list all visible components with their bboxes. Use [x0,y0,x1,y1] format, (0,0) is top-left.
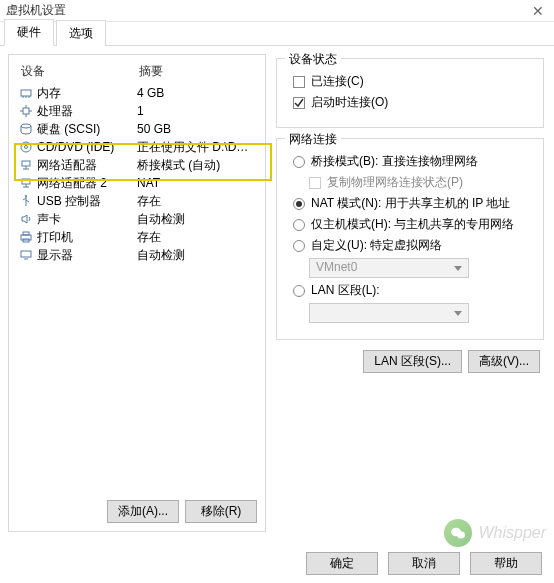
device-row[interactable]: 网络适配器 2NAT [15,174,259,192]
device-name: 硬盘 (SCSI) [37,121,137,138]
bridge-label: 桥接模式(B): 直接连接物理网络 [311,153,478,170]
svg-rect-0 [21,90,31,96]
add-button[interactable]: 添加(A)... [107,500,179,523]
svg-rect-12 [22,161,30,166]
svg-rect-4 [23,108,29,114]
network-icon [19,177,33,189]
settings-panel: 设备状态 已连接(C) 启动时连接(O) 网络连接 桥接模式(B): 直接连接物… [274,54,546,532]
header-device: 设备 [21,63,139,80]
device-name: 打印机 [37,229,137,246]
device-row[interactable]: 网络适配器桥接模式 (自动) [15,156,259,174]
lan-segment-select [309,303,469,323]
dialog-footer: 确定 取消 帮助 [306,552,542,575]
custom-label: 自定义(U): 特定虚拟网络 [311,237,442,254]
device-name: 处理器 [37,103,137,120]
bridge-replicate-label: 复制物理网络连接状态(P) [327,174,463,191]
lan-segments-button[interactable]: LAN 区段(S)... [363,350,462,373]
tab-hardware[interactable]: 硬件 [4,19,54,46]
device-summary: 自动检测 [137,211,255,228]
device-row[interactable]: 显示器自动检测 [15,246,259,264]
display-icon [19,249,33,261]
svg-point-9 [21,124,31,128]
watermark-text: Whispper [478,524,546,542]
device-summary: 正在使用文件 D:\Download\Ku... [137,139,255,156]
device-row[interactable]: 声卡自动检测 [15,210,259,228]
device-name: 网络适配器 2 [37,175,137,192]
network-connection-group: 网络连接 桥接模式(B): 直接连接物理网络 复制物理网络连接状态(P) NAT… [276,138,544,340]
advanced-button[interactable]: 高级(V)... [468,350,540,373]
svg-point-10 [21,142,31,152]
custom-network-select: VMnet0 [309,258,469,278]
nat-label: NAT 模式(N): 用于共享主机的 IP 地址 [311,195,510,212]
remove-button[interactable]: 移除(R) [185,500,257,523]
nat-radio[interactable] [293,198,305,210]
hostonly-radio[interactable] [293,219,305,231]
svg-rect-22 [21,251,31,257]
device-name: 声卡 [37,211,137,228]
cd-icon [19,141,33,153]
usb-icon [19,195,33,207]
lan-radio[interactable] [293,285,305,297]
device-row[interactable]: 硬盘 (SCSI)50 GB [15,120,259,138]
device-summary: 桥接模式 (自动) [137,157,255,174]
device-row[interactable]: 处理器1 [15,102,259,120]
device-list-header: 设备 摘要 [15,61,259,84]
svg-rect-15 [22,179,30,184]
device-summary: 存在 [137,193,255,210]
device-name: 网络适配器 [37,157,137,174]
device-summary: 存在 [137,229,255,246]
device-summary: 自动检测 [137,247,255,264]
device-row[interactable]: 打印机存在 [15,228,259,246]
bridge-radio[interactable] [293,156,305,168]
connected-label: 已连接(C) [311,73,364,90]
tab-options[interactable]: 选项 [56,20,106,46]
ok-button[interactable]: 确定 [306,552,378,575]
wechat-icon [444,519,472,547]
device-name: CD/DVD (IDE) [37,140,137,154]
group-title-status: 设备状态 [285,51,341,68]
lan-label: LAN 区段(L): [311,282,380,299]
header-summary: 摘要 [139,63,163,80]
group-title-conn: 网络连接 [285,131,341,148]
device-row[interactable]: CD/DVD (IDE)正在使用文件 D:\Download\Ku... [15,138,259,156]
bridge-replicate-checkbox [309,177,321,189]
device-summary: 50 GB [137,122,255,136]
device-row[interactable]: USB 控制器存在 [15,192,259,210]
svg-point-11 [25,146,28,149]
printer-icon [19,231,33,243]
memory-icon [19,87,33,99]
device-summary: 4 GB [137,86,255,100]
title-bar: 虚拟机设置 ✕ [0,0,554,22]
device-name: 内存 [37,85,137,102]
device-summary: 1 [137,104,255,118]
help-button[interactable]: 帮助 [470,552,542,575]
hostonly-label: 仅主机模式(H): 与主机共享的专用网络 [311,216,514,233]
cancel-button[interactable]: 取消 [388,552,460,575]
device-name: 显示器 [37,247,137,264]
window-title: 虚拟机设置 [6,2,66,19]
connect-on-power-label: 启动时连接(O) [311,94,388,111]
connect-on-power-checkbox[interactable] [293,97,305,109]
network-icon [19,159,33,171]
device-list: 内存4 GB处理器1硬盘 (SCSI)50 GBCD/DVD (IDE)正在使用… [15,84,259,494]
cpu-icon [19,105,33,117]
sound-icon [19,213,33,225]
device-row[interactable]: 内存4 GB [15,84,259,102]
close-icon[interactable]: ✕ [528,3,548,19]
watermark: Whispper [444,519,546,547]
custom-radio[interactable] [293,240,305,252]
disk-icon [19,123,33,135]
device-status-group: 设备状态 已连接(C) 启动时连接(O) [276,58,544,128]
tab-bar: 硬件 选项 [0,22,554,46]
device-name: USB 控制器 [37,193,137,210]
device-summary: NAT [137,176,255,190]
device-panel: 设备 摘要 内存4 GB处理器1硬盘 (SCSI)50 GBCD/DVD (ID… [8,54,266,532]
svg-point-25 [457,532,465,539]
svg-point-18 [25,195,27,197]
connected-checkbox[interactable] [293,76,305,88]
